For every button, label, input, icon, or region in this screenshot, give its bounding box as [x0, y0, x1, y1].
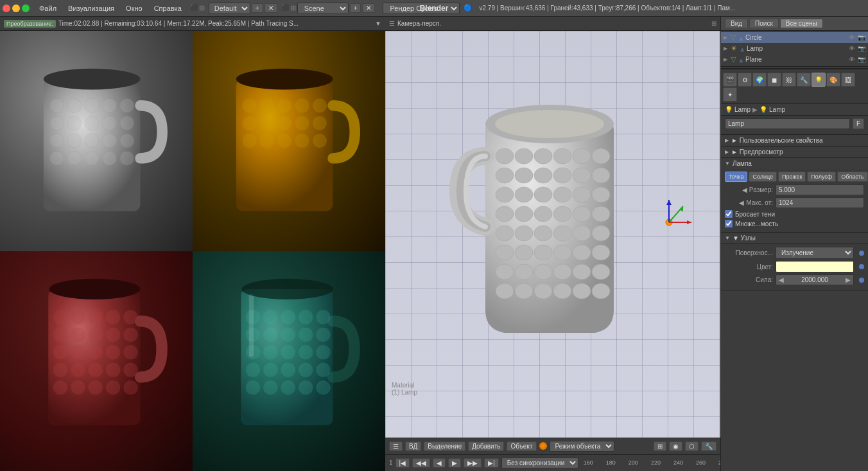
prop-data-icon[interactable]: 💡: [812, 73, 826, 87]
viewport-toolbar-top: ☰ ВД Выделение Добавить Объект Режим объ…: [385, 438, 720, 455]
playback-start-btn[interactable]: |◀: [395, 458, 410, 468]
color-label: Цвет:: [725, 263, 773, 271]
prop-world-icon[interactable]: 🌍: [752, 73, 767, 87]
viewport-add-btn[interactable]: Добавить: [468, 441, 504, 451]
prop-texture-icon[interactable]: 🖼: [841, 73, 855, 87]
lamp-section-header[interactable]: ▼ Лампа: [721, 158, 868, 169]
tab-search[interactable]: Поиск: [749, 19, 779, 28]
viewport[interactable]: ☰ Камера-персп. ⊞: [385, 17, 720, 471]
tree-item-circle[interactable]: ▶ ▽ ⟁ Circle 👁 📷: [721, 32, 868, 43]
tab-all-scenes[interactable]: Все сцены: [780, 19, 823, 28]
lamp-visibility-icon[interactable]: 👁: [849, 45, 855, 52]
scene-del-icon[interactable]: ✕: [362, 3, 375, 13]
playback-play-btn[interactable]: ▶: [448, 458, 461, 468]
svg-point-38: [236, 69, 333, 90]
lamp-type-area[interactable]: Область: [837, 172, 867, 182]
circle-visibility-icon[interactable]: 👁: [849, 34, 855, 41]
viewport-vd-btn[interactable]: ВД: [405, 441, 421, 451]
svg-point-13: [85, 134, 99, 148]
viewport-overlay-btn[interactable]: ⬡: [685, 441, 699, 451]
sync-select[interactable]: Без синхронизации: [501, 458, 578, 468]
user-props-header[interactable]: ▶ ► Пользовательские свойства: [721, 135, 868, 146]
nodes-header[interactable]: ▼ ▼ Узлы: [721, 233, 868, 244]
lamp-type-sun[interactable]: Солнце: [749, 172, 777, 182]
lamp-type-hemi[interactable]: Полусф: [807, 172, 836, 182]
lamp-name-input[interactable]: [725, 118, 850, 129]
maximize-button[interactable]: [22, 4, 30, 12]
lamp-icon: ☀: [731, 44, 737, 53]
surface-shader-select[interactable]: Излучение: [776, 247, 854, 259]
tree-item-plane[interactable]: ▶ ▽ ⟁ Plane 👁 📷: [721, 54, 868, 65]
viewport-menu-icon[interactable]: ☰: [389, 20, 395, 27]
close-button[interactable]: [3, 4, 10, 12]
strength-left-arrow[interactable]: ◀: [779, 276, 784, 283]
svg-point-26: [295, 98, 309, 112]
lamp-type-spot[interactable]: Прожек: [778, 172, 806, 182]
playback-prev-btn[interactable]: ◀◀: [412, 458, 430, 468]
size-left-arrow[interactable]: ◀: [742, 186, 747, 193]
layout-select[interactable]: Default: [209, 3, 250, 14]
remove-layout-icon[interactable]: ✕: [265, 3, 277, 13]
strength-right-arrow[interactable]: ▶: [846, 276, 851, 283]
viewport-options-icon[interactable]: ⊞: [711, 20, 716, 27]
menu-file[interactable]: Файл: [35, 3, 61, 13]
breadcrumb-lamp2: Lamp: [769, 106, 785, 113]
plane-visibility-icon[interactable]: 👁: [849, 56, 855, 63]
menu-help[interactable]: Справка: [150, 3, 186, 13]
viewport-shading-btn[interactable]: ◉: [669, 441, 682, 451]
surface-row: Поверхнос... Излучение: [725, 247, 864, 259]
viewport-render-btn[interactable]: ⊞: [654, 441, 666, 451]
playback-end-btn[interactable]: ▶|: [484, 458, 499, 468]
plane-render-icon[interactable]: 📷: [858, 56, 865, 63]
svg-point-31: [295, 116, 309, 130]
scene-select[interactable]: Scene: [297, 3, 349, 14]
circle-render-icon[interactable]: 📷: [858, 34, 865, 41]
viewport-menu-btn[interactable]: ☰: [389, 441, 403, 451]
mode-select[interactable]: Режим объекта: [550, 441, 614, 452]
strength-value-btn[interactable]: ◀ 2000.000 ▶: [776, 274, 854, 285]
color-field[interactable]: [776, 261, 854, 272]
viewport-object-btn[interactable]: Объект: [507, 441, 536, 451]
lamp-fake-user-btn[interactable]: F: [853, 118, 864, 129]
playback-back-btn[interactable]: ◀: [433, 458, 446, 468]
prop-scene-icon[interactable]: ⚙: [738, 73, 752, 87]
playback-fwd-btn[interactable]: ▶▶: [464, 458, 482, 468]
prop-particles-icon[interactable]: ✦: [723, 87, 737, 102]
preview-header[interactable]: ▶ ► Предпросмотр: [721, 147, 868, 157]
svg-point-80: [299, 345, 313, 359]
minimize-button[interactable]: [12, 4, 20, 12]
max-value-btn[interactable]: 1024: [776, 197, 864, 208]
add-layout-icon[interactable]: +: [252, 3, 263, 13]
viewport-select-btn[interactable]: Выделение: [424, 441, 465, 451]
size-value-btn[interactable]: 5.000: [776, 184, 864, 195]
nodes-section: ▼ ▼ Узлы Поверхнос... Излучение Цвет:: [721, 233, 868, 290]
info-text: v2.79 | Вершин:43,636 | Граней:43,633 | …: [479, 4, 735, 12]
menu-render[interactable]: Визуализация: [64, 3, 119, 13]
svg-point-18: [85, 152, 99, 166]
svg-point-5: [120, 98, 134, 112]
menu-window[interactable]: Окно: [121, 3, 147, 13]
prop-render-icon[interactable]: 🎬: [723, 73, 737, 87]
lamp-render-icon[interactable]: 📷: [858, 45, 865, 52]
frame-num: 1: [389, 459, 393, 467]
svg-point-6: [49, 116, 64, 130]
svg-point-101: [592, 148, 610, 164]
prop-object-icon[interactable]: ◼: [767, 73, 781, 87]
prop-constraint-icon[interactable]: ⛓: [782, 73, 796, 87]
prop-material-icon[interactable]: 🎨: [826, 73, 840, 87]
max-left-arrow[interactable]: ◀: [739, 199, 744, 206]
lamp-type-point[interactable]: Точка: [725, 172, 747, 182]
svg-point-108: [496, 187, 514, 202]
svg-point-56: [71, 362, 85, 377]
viewport-canvas[interactable]: Material (1) Lamp: [385, 31, 720, 438]
cast-shadow-checkbox[interactable]: [725, 210, 733, 218]
svg-point-19: [103, 152, 117, 166]
scene-icon[interactable]: +: [350, 3, 361, 13]
svg-point-48: [106, 327, 120, 341]
tab-view[interactable]: Вид: [725, 19, 748, 28]
svg-point-21: [44, 69, 141, 90]
tree-item-lamp[interactable]: ▶ ☀ ⟁ Lamp 👁 📷: [721, 43, 868, 54]
multiple-checkbox[interactable]: [725, 220, 733, 227]
prop-modifier-icon[interactable]: 🔧: [797, 73, 811, 87]
viewport-snap-btn[interactable]: 🔧: [701, 441, 716, 451]
